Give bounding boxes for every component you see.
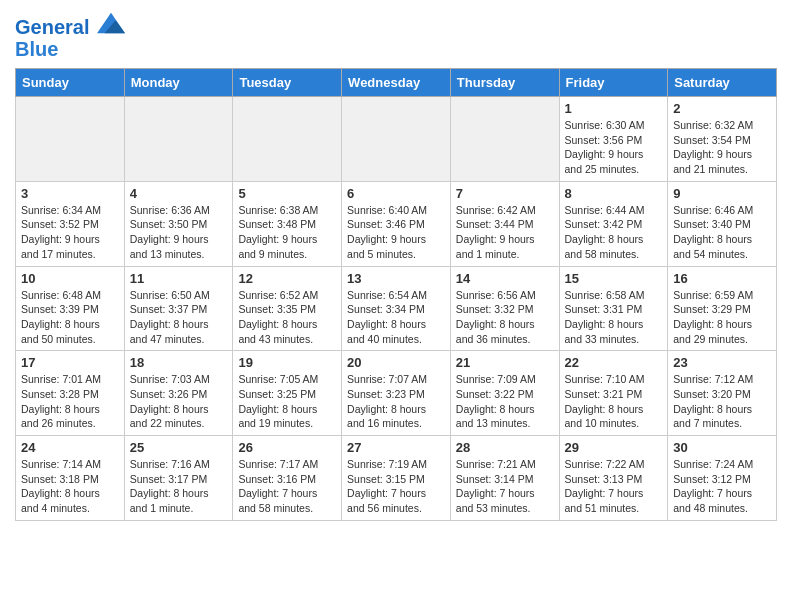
day-number: 14 — [456, 271, 554, 286]
day-number: 27 — [347, 440, 445, 455]
day-cell — [450, 97, 559, 182]
week-row-4: 17Sunrise: 7:01 AM Sunset: 3:28 PM Dayli… — [16, 351, 777, 436]
day-number: 5 — [238, 186, 336, 201]
day-cell: 17Sunrise: 7:01 AM Sunset: 3:28 PM Dayli… — [16, 351, 125, 436]
day-cell: 25Sunrise: 7:16 AM Sunset: 3:17 PM Dayli… — [124, 436, 233, 521]
day-info: Sunrise: 7:10 AM Sunset: 3:21 PM Dayligh… — [565, 372, 663, 431]
day-number: 15 — [565, 271, 663, 286]
logo-blue: Blue — [15, 38, 125, 60]
day-cell: 20Sunrise: 7:07 AM Sunset: 3:23 PM Dayli… — [342, 351, 451, 436]
day-info: Sunrise: 7:24 AM Sunset: 3:12 PM Dayligh… — [673, 457, 771, 516]
day-cell: 19Sunrise: 7:05 AM Sunset: 3:25 PM Dayli… — [233, 351, 342, 436]
day-cell: 2Sunrise: 6:32 AM Sunset: 3:54 PM Daylig… — [668, 97, 777, 182]
day-cell: 7Sunrise: 6:42 AM Sunset: 3:44 PM Daylig… — [450, 181, 559, 266]
day-number: 11 — [130, 271, 228, 286]
day-info: Sunrise: 7:21 AM Sunset: 3:14 PM Dayligh… — [456, 457, 554, 516]
day-info: Sunrise: 6:46 AM Sunset: 3:40 PM Dayligh… — [673, 203, 771, 262]
day-info: Sunrise: 7:09 AM Sunset: 3:22 PM Dayligh… — [456, 372, 554, 431]
weekday-header-thursday: Thursday — [450, 69, 559, 97]
day-info: Sunrise: 6:34 AM Sunset: 3:52 PM Dayligh… — [21, 203, 119, 262]
day-number: 13 — [347, 271, 445, 286]
header: General Blue — [15, 10, 777, 60]
day-cell: 6Sunrise: 6:40 AM Sunset: 3:46 PM Daylig… — [342, 181, 451, 266]
day-number: 4 — [130, 186, 228, 201]
logo-general: General — [15, 16, 89, 38]
day-cell — [124, 97, 233, 182]
day-cell: 22Sunrise: 7:10 AM Sunset: 3:21 PM Dayli… — [559, 351, 668, 436]
day-number: 24 — [21, 440, 119, 455]
day-number: 21 — [456, 355, 554, 370]
day-cell: 27Sunrise: 7:19 AM Sunset: 3:15 PM Dayli… — [342, 436, 451, 521]
day-number: 23 — [673, 355, 771, 370]
day-cell: 16Sunrise: 6:59 AM Sunset: 3:29 PM Dayli… — [668, 266, 777, 351]
day-cell: 18Sunrise: 7:03 AM Sunset: 3:26 PM Dayli… — [124, 351, 233, 436]
day-cell: 14Sunrise: 6:56 AM Sunset: 3:32 PM Dayli… — [450, 266, 559, 351]
logo-icon — [97, 12, 125, 34]
day-info: Sunrise: 6:44 AM Sunset: 3:42 PM Dayligh… — [565, 203, 663, 262]
calendar-table: SundayMondayTuesdayWednesdayThursdayFrid… — [15, 68, 777, 521]
weekday-header-tuesday: Tuesday — [233, 69, 342, 97]
day-cell: 15Sunrise: 6:58 AM Sunset: 3:31 PM Dayli… — [559, 266, 668, 351]
day-cell: 29Sunrise: 7:22 AM Sunset: 3:13 PM Dayli… — [559, 436, 668, 521]
day-number: 9 — [673, 186, 771, 201]
day-info: Sunrise: 7:17 AM Sunset: 3:16 PM Dayligh… — [238, 457, 336, 516]
day-info: Sunrise: 6:50 AM Sunset: 3:37 PM Dayligh… — [130, 288, 228, 347]
day-info: Sunrise: 6:59 AM Sunset: 3:29 PM Dayligh… — [673, 288, 771, 347]
day-cell — [16, 97, 125, 182]
day-cell: 4Sunrise: 6:36 AM Sunset: 3:50 PM Daylig… — [124, 181, 233, 266]
day-cell: 5Sunrise: 6:38 AM Sunset: 3:48 PM Daylig… — [233, 181, 342, 266]
weekday-header-wednesday: Wednesday — [342, 69, 451, 97]
day-info: Sunrise: 6:36 AM Sunset: 3:50 PM Dayligh… — [130, 203, 228, 262]
day-number: 1 — [565, 101, 663, 116]
day-info: Sunrise: 6:42 AM Sunset: 3:44 PM Dayligh… — [456, 203, 554, 262]
day-cell: 9Sunrise: 6:46 AM Sunset: 3:40 PM Daylig… — [668, 181, 777, 266]
day-number: 6 — [347, 186, 445, 201]
logo-text: General — [15, 16, 125, 38]
day-cell: 11Sunrise: 6:50 AM Sunset: 3:37 PM Dayli… — [124, 266, 233, 351]
day-cell: 24Sunrise: 7:14 AM Sunset: 3:18 PM Dayli… — [16, 436, 125, 521]
logo: General Blue — [15, 16, 125, 60]
day-number: 25 — [130, 440, 228, 455]
day-info: Sunrise: 7:07 AM Sunset: 3:23 PM Dayligh… — [347, 372, 445, 431]
day-number: 28 — [456, 440, 554, 455]
weekday-header-saturday: Saturday — [668, 69, 777, 97]
day-info: Sunrise: 7:22 AM Sunset: 3:13 PM Dayligh… — [565, 457, 663, 516]
week-row-2: 3Sunrise: 6:34 AM Sunset: 3:52 PM Daylig… — [16, 181, 777, 266]
day-info: Sunrise: 7:05 AM Sunset: 3:25 PM Dayligh… — [238, 372, 336, 431]
day-cell: 12Sunrise: 6:52 AM Sunset: 3:35 PM Dayli… — [233, 266, 342, 351]
day-cell — [233, 97, 342, 182]
day-info: Sunrise: 6:56 AM Sunset: 3:32 PM Dayligh… — [456, 288, 554, 347]
day-cell — [342, 97, 451, 182]
day-cell: 30Sunrise: 7:24 AM Sunset: 3:12 PM Dayli… — [668, 436, 777, 521]
day-number: 19 — [238, 355, 336, 370]
day-number: 26 — [238, 440, 336, 455]
day-info: Sunrise: 7:14 AM Sunset: 3:18 PM Dayligh… — [21, 457, 119, 516]
day-info: Sunrise: 6:54 AM Sunset: 3:34 PM Dayligh… — [347, 288, 445, 347]
day-info: Sunrise: 7:19 AM Sunset: 3:15 PM Dayligh… — [347, 457, 445, 516]
day-number: 22 — [565, 355, 663, 370]
day-info: Sunrise: 7:03 AM Sunset: 3:26 PM Dayligh… — [130, 372, 228, 431]
day-number: 20 — [347, 355, 445, 370]
week-row-3: 10Sunrise: 6:48 AM Sunset: 3:39 PM Dayli… — [16, 266, 777, 351]
day-info: Sunrise: 6:32 AM Sunset: 3:54 PM Dayligh… — [673, 118, 771, 177]
day-cell: 10Sunrise: 6:48 AM Sunset: 3:39 PM Dayli… — [16, 266, 125, 351]
week-row-5: 24Sunrise: 7:14 AM Sunset: 3:18 PM Dayli… — [16, 436, 777, 521]
day-info: Sunrise: 6:52 AM Sunset: 3:35 PM Dayligh… — [238, 288, 336, 347]
day-info: Sunrise: 6:38 AM Sunset: 3:48 PM Dayligh… — [238, 203, 336, 262]
day-cell: 13Sunrise: 6:54 AM Sunset: 3:34 PM Dayli… — [342, 266, 451, 351]
day-number: 30 — [673, 440, 771, 455]
day-info: Sunrise: 7:16 AM Sunset: 3:17 PM Dayligh… — [130, 457, 228, 516]
day-number: 2 — [673, 101, 771, 116]
day-info: Sunrise: 6:48 AM Sunset: 3:39 PM Dayligh… — [21, 288, 119, 347]
day-number: 3 — [21, 186, 119, 201]
day-cell: 8Sunrise: 6:44 AM Sunset: 3:42 PM Daylig… — [559, 181, 668, 266]
day-number: 7 — [456, 186, 554, 201]
day-number: 10 — [21, 271, 119, 286]
day-cell: 1Sunrise: 6:30 AM Sunset: 3:56 PM Daylig… — [559, 97, 668, 182]
weekday-header-sunday: Sunday — [16, 69, 125, 97]
day-number: 8 — [565, 186, 663, 201]
day-info: Sunrise: 7:01 AM Sunset: 3:28 PM Dayligh… — [21, 372, 119, 431]
day-cell: 3Sunrise: 6:34 AM Sunset: 3:52 PM Daylig… — [16, 181, 125, 266]
day-info: Sunrise: 6:30 AM Sunset: 3:56 PM Dayligh… — [565, 118, 663, 177]
day-cell: 26Sunrise: 7:17 AM Sunset: 3:16 PM Dayli… — [233, 436, 342, 521]
